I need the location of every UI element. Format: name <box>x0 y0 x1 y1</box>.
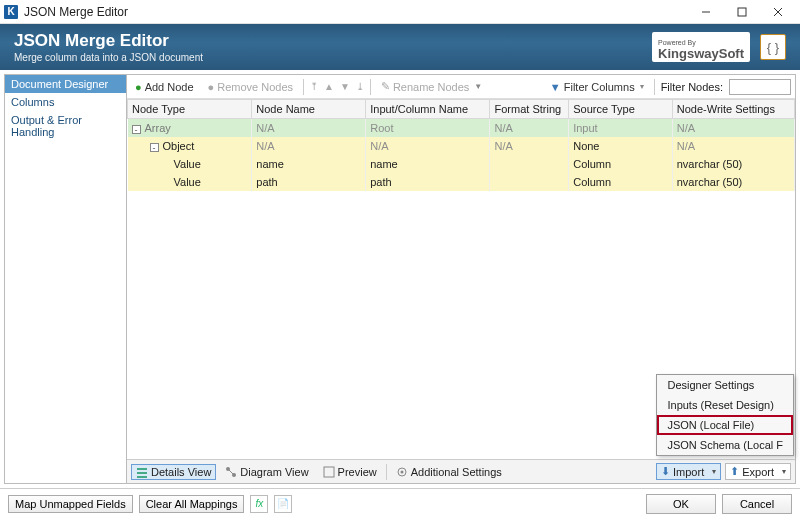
filter-nodes-label: Filter Nodes: <box>661 81 723 93</box>
map-unmapped-button[interactable]: Map Unmapped Fields <box>8 495 133 513</box>
tree-toggle[interactable]: - <box>132 125 141 134</box>
additional-settings-button[interactable]: Additional Settings <box>391 464 507 480</box>
sidebar-item[interactable]: Columns <box>5 93 126 111</box>
table-cell: Column <box>569 155 673 173</box>
gear-icon <box>396 466 408 478</box>
ok-button[interactable]: OK <box>646 494 716 514</box>
menu-item[interactable]: JSON (Local File) <box>657 415 793 435</box>
table-cell: N/A <box>672 119 794 138</box>
filter-columns-button[interactable]: ▼ Filter Columns ▾ <box>546 80 648 94</box>
brand-name: KingswaySoft <box>658 46 744 61</box>
table-cell: N/A <box>490 137 569 155</box>
table-cell: name <box>366 155 490 173</box>
svg-rect-4 <box>137 468 147 470</box>
table-cell: Column <box>569 173 673 191</box>
table-cell: N/A <box>252 119 366 138</box>
chevron-down-icon: ▾ <box>778 467 786 476</box>
add-node-button[interactable]: ● Add Node <box>131 80 198 94</box>
export-button[interactable]: ⬆ Export ▾ <box>725 463 791 480</box>
close-button[interactable] <box>760 1 796 23</box>
table-row[interactable]: -ObjectN/AN/AN/ANoneN/A <box>128 137 795 155</box>
import-button[interactable]: ⬇ Import ▾ <box>656 463 721 480</box>
move-up-button[interactable]: ▲ <box>324 81 334 92</box>
table-cell: N/A <box>252 137 366 155</box>
page-title: JSON Merge Editor <box>14 31 203 51</box>
svg-line-9 <box>229 470 233 474</box>
chevron-down-icon: ▾ <box>640 82 644 91</box>
chevron-down-icon: ▾ <box>708 467 716 476</box>
rename-icon: ✎ <box>381 80 390 93</box>
table-row[interactable]: -ArrayN/ARootN/AInputN/A <box>128 119 795 138</box>
table-cell: path <box>366 173 490 191</box>
window-title: JSON Merge Editor <box>24 5 128 19</box>
table-cell: Value <box>128 173 252 191</box>
table-cell: -Object <box>128 137 252 155</box>
table-cell: path <box>252 173 366 191</box>
details-view-tab[interactable]: Details View <box>131 464 216 480</box>
column-header[interactable]: Source Type <box>569 100 673 119</box>
table-cell: Input <box>569 119 673 138</box>
table-cell <box>490 173 569 191</box>
column-header[interactable]: Format String <box>490 100 569 119</box>
table-cell: -Array <box>128 119 252 138</box>
table-cell: nvarchar (50) <box>672 173 794 191</box>
column-header[interactable]: Node Type <box>128 100 252 119</box>
preview-tab[interactable]: Preview <box>318 464 382 480</box>
svg-rect-1 <box>738 8 746 16</box>
diagram-icon <box>225 466 237 478</box>
table-cell: N/A <box>366 137 490 155</box>
move-top-button[interactable]: ⤒ <box>310 81 318 92</box>
table-cell: name <box>252 155 366 173</box>
menu-item[interactable]: Inputs (Reset Design) <box>657 395 793 415</box>
page-subtitle: Merge column data into a JSON document <box>14 52 203 63</box>
header-band: JSON Merge Editor Merge column data into… <box>0 24 800 70</box>
table-row[interactable]: ValuenamenameColumnnvarchar (50) <box>128 155 795 173</box>
cancel-button[interactable]: Cancel <box>722 494 792 514</box>
svg-point-12 <box>400 470 403 473</box>
filter-nodes-input[interactable] <box>729 79 791 95</box>
svg-rect-5 <box>137 472 147 474</box>
view-bar: Details View Diagram View Preview Additi… <box>127 459 795 483</box>
filter-icon: ▼ <box>550 81 561 93</box>
rename-nodes-button[interactable]: ✎ Rename Nodes ▼ <box>377 79 486 94</box>
sidebar-item[interactable]: Document Designer <box>5 75 126 93</box>
app-icon: K <box>4 5 18 19</box>
column-header[interactable]: Node Name <box>252 100 366 119</box>
tree-toggle[interactable]: - <box>150 143 159 152</box>
fx-icon[interactable]: fx <box>250 495 268 513</box>
table-cell <box>490 155 569 173</box>
import-icon: ⬇ <box>661 465 670 478</box>
column-header[interactable]: Node-Write Settings <box>672 100 794 119</box>
brand-prefix: Powered By <box>658 39 696 46</box>
component-icon: { } <box>760 34 786 60</box>
minus-icon: ● <box>208 81 215 93</box>
details-icon <box>136 466 148 478</box>
svg-rect-10 <box>324 467 334 477</box>
document-icon[interactable]: 📄 <box>274 495 292 513</box>
table-row[interactable]: ValuepathpathColumnnvarchar (50) <box>128 173 795 191</box>
table-cell: Value <box>128 155 252 173</box>
menu-item[interactable]: JSON Schema (Local F <box>657 435 793 455</box>
sidebar-item[interactable]: Output & Error Handling <box>5 111 126 141</box>
table-cell: N/A <box>490 119 569 138</box>
clear-mappings-button[interactable]: Clear All Mappings <box>139 495 245 513</box>
nodes-grid: Node TypeNode NameInput/Column NameForma… <box>127 99 795 191</box>
export-icon: ⬆ <box>730 465 739 478</box>
designer-toolbar: ● Add Node ● Remove Nodes ⤒ ▲ ▼ ⤓ ✎ Rena… <box>127 75 795 99</box>
window-titlebar: K JSON Merge Editor <box>0 0 800 24</box>
svg-rect-6 <box>137 476 147 478</box>
move-down-button[interactable]: ▼ <box>340 81 350 92</box>
menu-item[interactable]: Designer Settings <box>657 375 793 395</box>
import-menu: Designer SettingsInputs (Reset Design)JS… <box>656 374 794 456</box>
minimize-button[interactable] <box>688 1 724 23</box>
chevron-down-icon: ▼ <box>474 82 482 91</box>
column-header[interactable]: Input/Column Name <box>366 100 490 119</box>
bottom-bar: Map Unmapped Fields Clear All Mappings f… <box>0 488 800 518</box>
diagram-view-tab[interactable]: Diagram View <box>220 464 313 480</box>
move-bottom-button[interactable]: ⤓ <box>356 81 364 92</box>
sidebar: Document DesignerColumnsOutput & Error H… <box>5 75 127 483</box>
maximize-button[interactable] <box>724 1 760 23</box>
remove-nodes-button[interactable]: ● Remove Nodes <box>204 80 297 94</box>
table-cell: nvarchar (50) <box>672 155 794 173</box>
preview-icon <box>323 466 335 478</box>
